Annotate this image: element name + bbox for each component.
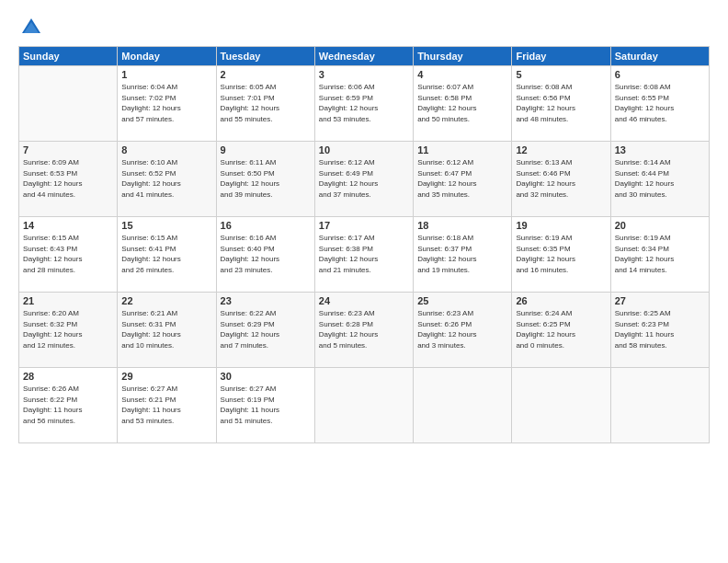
calendar-cell: 10Sunrise: 6:12 AM Sunset: 6:49 PM Dayli… — [314, 142, 413, 217]
weekday-saturday: Saturday — [610, 47, 709, 66]
day-info: Sunrise: 6:22 AM Sunset: 6:29 PM Dayligh… — [221, 308, 311, 350]
day-info: Sunrise: 6:19 AM Sunset: 6:34 PM Dayligh… — [615, 233, 705, 275]
day-info: Sunrise: 6:15 AM Sunset: 6:41 PM Dayligh… — [121, 233, 211, 275]
day-info: Sunrise: 6:21 AM Sunset: 6:31 PM Dayligh… — [121, 308, 211, 350]
day-number: 11 — [417, 144, 507, 155]
day-number: 15 — [121, 220, 211, 231]
day-info: Sunrise: 6:17 AM Sunset: 6:38 PM Dayligh… — [319, 233, 409, 275]
day-info: Sunrise: 6:27 AM Sunset: 6:21 PM Dayligh… — [121, 384, 211, 426]
logo-icon — [18, 15, 44, 40]
day-info: Sunrise: 6:12 AM Sunset: 6:49 PM Dayligh… — [319, 157, 409, 200]
calendar-cell: 27Sunrise: 6:25 AM Sunset: 6:23 PM Dayli… — [610, 293, 709, 368]
week-row-4: 21Sunrise: 6:20 AM Sunset: 6:32 PM Dayli… — [19, 293, 710, 368]
week-row-5: 28Sunrise: 6:26 AM Sunset: 6:22 PM Dayli… — [19, 368, 710, 443]
calendar-cell: 21Sunrise: 6:20 AM Sunset: 6:32 PM Dayli… — [19, 293, 118, 368]
calendar-cell: 1Sunrise: 6:04 AM Sunset: 7:02 PM Daylig… — [118, 66, 216, 142]
calendar: SundayMondayTuesdayWednesdayThursdayFrid… — [18, 46, 710, 443]
day-number: 12 — [516, 144, 606, 155]
calendar-cell: 26Sunrise: 6:24 AM Sunset: 6:25 PM Dayli… — [512, 293, 610, 368]
day-info: Sunrise: 6:05 AM Sunset: 7:01 PM Dayligh… — [221, 82, 311, 124]
day-number: 14 — [23, 220, 113, 231]
weekday-monday: Monday — [118, 47, 216, 66]
week-row-2: 7Sunrise: 6:09 AM Sunset: 6:53 PM Daylig… — [19, 142, 710, 217]
day-number: 26 — [516, 295, 606, 306]
day-number: 25 — [417, 295, 507, 306]
calendar-cell: 5Sunrise: 6:08 AM Sunset: 6:56 PM Daylig… — [512, 66, 610, 142]
day-info: Sunrise: 6:14 AM Sunset: 6:44 PM Dayligh… — [615, 157, 705, 200]
day-number: 28 — [23, 371, 113, 382]
calendar-cell: 20Sunrise: 6:19 AM Sunset: 6:34 PM Dayli… — [610, 217, 709, 293]
day-number: 3 — [319, 69, 409, 80]
calendar-cell: 7Sunrise: 6:09 AM Sunset: 6:53 PM Daylig… — [19, 142, 118, 217]
day-number: 6 — [615, 69, 705, 80]
day-info: Sunrise: 6:04 AM Sunset: 7:02 PM Dayligh… — [121, 82, 211, 124]
calendar-cell: 9Sunrise: 6:11 AM Sunset: 6:50 PM Daylig… — [216, 142, 314, 217]
day-info: Sunrise: 6:18 AM Sunset: 6:37 PM Dayligh… — [417, 233, 507, 275]
day-number: 1 — [121, 69, 211, 80]
calendar-cell: 28Sunrise: 6:26 AM Sunset: 6:22 PM Dayli… — [19, 368, 118, 443]
day-number: 29 — [121, 371, 211, 382]
day-info: Sunrise: 6:23 AM Sunset: 6:26 PM Dayligh… — [417, 308, 507, 350]
day-info: Sunrise: 6:10 AM Sunset: 6:52 PM Dayligh… — [121, 157, 211, 200]
day-info: Sunrise: 6:26 AM Sunset: 6:22 PM Dayligh… — [23, 384, 113, 426]
day-info: Sunrise: 6:20 AM Sunset: 6:32 PM Dayligh… — [23, 308, 113, 350]
day-number: 7 — [23, 144, 113, 155]
day-number: 13 — [615, 144, 705, 155]
calendar-cell: 12Sunrise: 6:13 AM Sunset: 6:46 PM Dayli… — [512, 142, 610, 217]
calendar-cell: 6Sunrise: 6:08 AM Sunset: 6:55 PM Daylig… — [610, 66, 709, 142]
day-info: Sunrise: 6:08 AM Sunset: 6:55 PM Dayligh… — [615, 82, 705, 124]
day-number: 16 — [221, 220, 311, 231]
calendar-cell — [314, 368, 413, 443]
day-info: Sunrise: 6:16 AM Sunset: 6:40 PM Dayligh… — [221, 233, 311, 275]
day-number: 8 — [121, 144, 211, 155]
calendar-cell: 15Sunrise: 6:15 AM Sunset: 6:41 PM Dayli… — [118, 217, 216, 293]
header — [18, 15, 710, 40]
day-number: 22 — [121, 295, 211, 306]
calendar-cell — [512, 368, 610, 443]
weekday-sunday: Sunday — [19, 47, 118, 66]
calendar-cell: 18Sunrise: 6:18 AM Sunset: 6:37 PM Dayli… — [414, 217, 512, 293]
day-number: 27 — [615, 295, 705, 306]
day-info: Sunrise: 6:06 AM Sunset: 6:59 PM Dayligh… — [319, 82, 409, 124]
day-number: 18 — [417, 220, 507, 231]
weekday-friday: Friday — [512, 47, 610, 66]
day-info: Sunrise: 6:24 AM Sunset: 6:25 PM Dayligh… — [516, 308, 606, 350]
day-info: Sunrise: 6:13 AM Sunset: 6:46 PM Dayligh… — [516, 157, 606, 200]
day-info: Sunrise: 6:15 AM Sunset: 6:43 PM Dayligh… — [23, 233, 113, 275]
calendar-cell: 17Sunrise: 6:17 AM Sunset: 6:38 PM Dayli… — [314, 217, 413, 293]
day-number: 5 — [516, 69, 606, 80]
day-info: Sunrise: 6:27 AM Sunset: 6:19 PM Dayligh… — [221, 384, 311, 426]
day-number: 20 — [615, 220, 705, 231]
calendar-cell: 16Sunrise: 6:16 AM Sunset: 6:40 PM Dayli… — [216, 217, 314, 293]
day-info: Sunrise: 6:11 AM Sunset: 6:50 PM Dayligh… — [221, 157, 311, 200]
day-number: 24 — [319, 295, 409, 306]
day-number: 19 — [516, 220, 606, 231]
weekday-wednesday: Wednesday — [314, 47, 413, 66]
calendar-cell: 23Sunrise: 6:22 AM Sunset: 6:29 PM Dayli… — [216, 293, 314, 368]
calendar-cell: 30Sunrise: 6:27 AM Sunset: 6:19 PM Dayli… — [216, 368, 314, 443]
day-info: Sunrise: 6:07 AM Sunset: 6:58 PM Dayligh… — [417, 82, 507, 124]
day-info: Sunrise: 6:23 AM Sunset: 6:28 PM Dayligh… — [319, 308, 409, 350]
day-number: 2 — [221, 69, 311, 80]
week-row-3: 14Sunrise: 6:15 AM Sunset: 6:43 PM Dayli… — [19, 217, 710, 293]
calendar-cell — [19, 66, 118, 142]
calendar-cell: 14Sunrise: 6:15 AM Sunset: 6:43 PM Dayli… — [19, 217, 118, 293]
calendar-cell: 29Sunrise: 6:27 AM Sunset: 6:21 PM Dayli… — [118, 368, 216, 443]
day-number: 4 — [417, 69, 507, 80]
day-number: 30 — [221, 371, 311, 382]
day-number: 9 — [221, 144, 311, 155]
calendar-cell: 22Sunrise: 6:21 AM Sunset: 6:31 PM Dayli… — [118, 293, 216, 368]
day-number: 23 — [221, 295, 311, 306]
calendar-cell: 19Sunrise: 6:19 AM Sunset: 6:35 PM Dayli… — [512, 217, 610, 293]
day-info: Sunrise: 6:08 AM Sunset: 6:56 PM Dayligh… — [516, 82, 606, 124]
day-number: 10 — [319, 144, 409, 155]
calendar-cell: 4Sunrise: 6:07 AM Sunset: 6:58 PM Daylig… — [414, 66, 512, 142]
weekday-thursday: Thursday — [414, 47, 512, 66]
calendar-cell: 8Sunrise: 6:10 AM Sunset: 6:52 PM Daylig… — [118, 142, 216, 217]
calendar-cell — [414, 368, 512, 443]
calendar-cell: 25Sunrise: 6:23 AM Sunset: 6:26 PM Dayli… — [414, 293, 512, 368]
weekday-header-row: SundayMondayTuesdayWednesdayThursdayFrid… — [19, 47, 710, 66]
day-info: Sunrise: 6:12 AM Sunset: 6:47 PM Dayligh… — [417, 157, 507, 200]
logo — [18, 15, 48, 40]
day-number: 17 — [319, 220, 409, 231]
